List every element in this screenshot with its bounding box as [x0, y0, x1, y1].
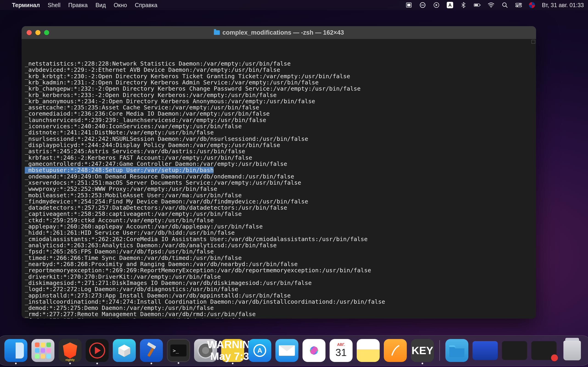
dock-terminal[interactable]: >_ — [167, 339, 190, 362]
terminal-line: _installcoordinationd:*:274:274:Install … — [25, 299, 533, 305]
app-menu[interactable]: Терминал — [12, 2, 40, 8]
dock-brave[interactable]: nightly — [59, 339, 82, 362]
traffic-lights — [27, 30, 49, 35]
dock-3d-app[interactable] — [113, 339, 136, 362]
svg-point-13 — [519, 3, 521, 5]
terminal-line: _demod:*:275:275:Demo Daemon:/var/empty:… — [25, 305, 533, 311]
svg-rect-14 — [516, 6, 522, 7]
dock-recent-1[interactable] — [473, 341, 498, 360]
dnd-icon[interactable] — [419, 2, 426, 8]
dock-key-label: KEY — [412, 344, 433, 357]
svg-rect-1 — [407, 4, 410, 6]
close-button[interactable] — [27, 30, 32, 35]
terminal-line: _diskimagesiod:*:271:271:DiskImages IO D… — [25, 280, 533, 286]
terminal-line: _wwwproxy:*:252:252:WWW Proxy:/var/empty… — [25, 186, 533, 192]
terminal-line: _gamecontrollerd:*:247:247:Game Controll… — [25, 161, 533, 167]
stage-manager-icon[interactable] — [405, 2, 412, 8]
svg-point-10 — [502, 3, 506, 6]
window-title-text: complex_modifications — -zsh — 162×43 — [223, 29, 344, 36]
svg-rect-7 — [475, 4, 478, 6]
terminal-line: _hidd:*:261:261:HID Service User:/var/db… — [25, 230, 533, 236]
dock-calendar[interactable]: АВГ.31 — [330, 339, 353, 362]
menu-shell[interactable]: Shell — [48, 2, 61, 8]
menu-edit[interactable]: Правка — [68, 2, 87, 8]
terminal-line: _applepay:*:260:260:applepay Account:/va… — [25, 223, 533, 230]
dock-photos[interactable] — [303, 339, 326, 362]
terminal-line: _findmydevice:*:254:254:Find My Device D… — [25, 198, 533, 205]
terminal-line: _krb_changepw:*:232:-2:Open Directory Ke… — [25, 85, 533, 92]
terminal-line: _ctkd:*:259:259:ctkd Account:/var/empty:… — [25, 217, 533, 223]
dock-notes[interactable] — [357, 339, 380, 362]
terminal-line: _rmd:*:277:277:Remote Management Daemon:… — [25, 311, 533, 317]
control-center-icon[interactable] — [515, 2, 522, 8]
dock-console[interactable]: WARNING May 7:36 — [221, 339, 244, 362]
dock-xcode[interactable] — [140, 339, 163, 362]
terminal-line: _timed:*:266:266:Time Sync Daemon:/var/d… — [25, 255, 533, 261]
dock-downloads-folder[interactable] — [445, 339, 468, 362]
menubar: Терминал Shell Правка Вид Окно Справка A… — [0, 0, 588, 10]
battery-icon[interactable] — [474, 2, 481, 8]
svg-point-15 — [517, 6, 518, 7]
terminal-line: _coremediaiod:*:236:236:Core Media IO Da… — [25, 110, 533, 117]
svg-marker-5 — [436, 4, 438, 6]
menubar-right: A Вт, 31 авг. 01:33 — [405, 2, 584, 8]
terminal-line: _cmiodalassistants:*:262:262:CoreMedia I… — [25, 236, 533, 242]
dock-mail[interactable] — [275, 339, 298, 362]
scroll-indicator-icon — [531, 40, 535, 44]
svg-rect-8 — [480, 5, 481, 6]
terminal-line: _krb_kerberos:*:233:-2:Open Directory Ke… — [25, 92, 533, 98]
menu-help[interactable]: Справка — [135, 2, 157, 8]
terminal-line: _krb_kadmin:*:231:-2:Open Directory Kerb… — [25, 79, 533, 85]
input-source-icon[interactable]: A — [447, 2, 453, 8]
terminal-line: _mbsetupuser:*:248:248:Setup User:/var/s… — [25, 167, 533, 173]
dock-launchpad[interactable] — [32, 339, 54, 362]
terminal-line: _nearbyd:*:268:268:Proximity and Ranging… — [25, 261, 533, 267]
menubar-left: Терминал Shell Правка Вид Окно Справка — [4, 2, 157, 8]
play-status-icon[interactable] — [433, 2, 440, 8]
terminal-line: _netstatistics:*:228:228:Network Statist… — [25, 60, 533, 67]
dock-recent-2[interactable] — [502, 341, 527, 360]
dock-finder[interactable] — [4, 339, 27, 362]
terminal-line: _assetcache:*:235:235:Asset Cache Servic… — [25, 104, 533, 110]
terminal-line: _fud:*:278:278:Firmware Update Daemon:/v… — [25, 317, 533, 319]
terminal-line: _fpsd:*:265:265:FPS Daemon:/var/db/fpsd:… — [25, 248, 533, 255]
terminal-line: _appinstalld:*:273:273:App Install Daemo… — [25, 292, 533, 299]
window-title: complex_modifications — -zsh — 162×43 — [22, 29, 536, 36]
bluetooth-icon[interactable] — [460, 2, 467, 8]
menu-view[interactable]: Вид — [95, 2, 106, 8]
dock-youtube-music[interactable] — [86, 339, 109, 362]
wifi-icon[interactable] — [488, 2, 494, 8]
svg-line-11 — [506, 6, 507, 8]
terminal-line: _launchservicesd:*:239:239:_launchservic… — [25, 117, 533, 123]
calendar-month: АВГ. — [337, 343, 345, 347]
terminal-line: _krb_anonymous:*:234:-2:Open Directory K… — [25, 98, 533, 104]
terminal-line: _logd:*:272:272:Log Daemon:/var/db/diagn… — [25, 286, 533, 292]
dock-trash[interactable] — [561, 339, 584, 362]
dock-separator — [439, 340, 440, 361]
dock-keynote[interactable]: KEY — [411, 339, 434, 362]
folder-icon — [214, 30, 220, 35]
titlebar[interactable]: complex_modifications — -zsh — 162×43 — [22, 26, 536, 39]
svg-rect-12 — [516, 3, 522, 5]
terminal-line: _nsurlsessiond:*:242:242:NSURLSession Da… — [25, 136, 533, 142]
dock-app-store[interactable] — [248, 339, 271, 362]
terminal-line: _displaypolicyd:*:244:244:Display Policy… — [25, 142, 533, 148]
minimize-button[interactable] — [35, 30, 40, 35]
terminal-line: _driverkit:*:270:270:DriverKit:/var/empt… — [25, 274, 533, 280]
terminal-content[interactable]: _netstatistics:*:228:228:Network Statist… — [22, 39, 536, 319]
dock-recent-3[interactable] — [531, 341, 556, 360]
dock: nightly >_ WARNING May 7:36 АВГ.31 KEY — [0, 335, 588, 366]
menu-window[interactable]: Окно — [114, 2, 127, 8]
maximize-button[interactable] — [44, 30, 49, 35]
terminal-line: _mobileasset:*:253:253:MobileAsset User:… — [25, 192, 533, 198]
calendar-day: 31 — [336, 347, 347, 358]
clock[interactable]: Вт, 31 авг. 01:33 — [542, 2, 584, 8]
terminal-line: _xserverdocs:*:251:251:macOS Server Docu… — [25, 180, 533, 186]
terminal-line: _ondemand:*:249:249:On Demand Resource D… — [25, 173, 533, 180]
svg-point-9 — [491, 7, 492, 8]
terminal-line: _distnote:*:241:241:DistNote:/var/empty:… — [25, 129, 533, 135]
dock-pages[interactable] — [384, 339, 407, 362]
spotlight-icon[interactable] — [502, 2, 508, 8]
flag-status-icon[interactable] — [529, 2, 535, 8]
terminal-line: _astris:*:245:245:Astris Services:/var/d… — [25, 148, 533, 154]
